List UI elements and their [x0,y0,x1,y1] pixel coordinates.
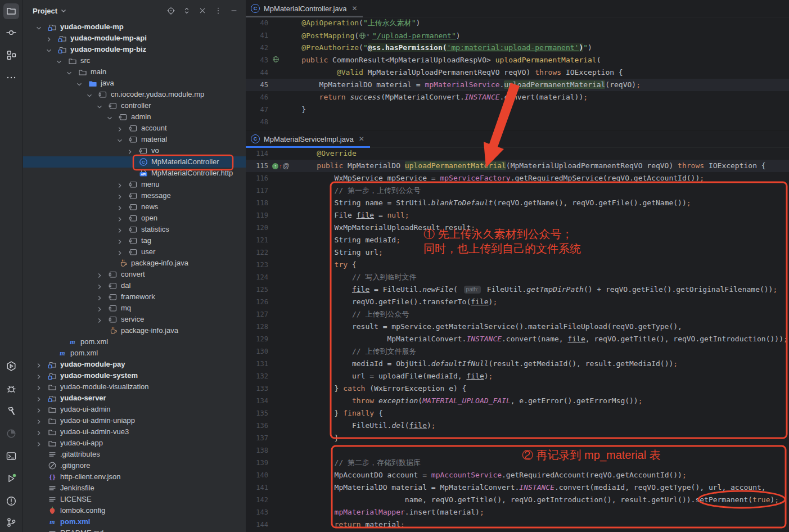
tree-item-java[interactable]: java [23,78,246,89]
code-line-116[interactable]: 116 WxMpService mpService = mpServiceFac… [246,172,789,184]
code-line-120[interactable]: 120 WxMpMaterialUploadResult result; [246,222,789,234]
tree-item-lombok-config[interactable]: lombok.config [23,505,246,516]
code-line-125[interactable]: 125 file = FileUtil.newFile( path: FileU… [246,283,789,296]
chevron-right-icon[interactable] [96,282,103,289]
tool-build-icon[interactable] [3,403,19,419]
tree-item-jenkinsfile[interactable]: Jenkinsfile [23,483,246,494]
tool-structure-icon[interactable] [3,47,19,63]
code-line-47[interactable]: 47 } [246,103,789,116]
expand-collapse-icon[interactable] [181,4,193,17]
chevron-right-icon[interactable] [96,305,103,312]
tree-item-news[interactable]: news [23,201,246,213]
code-line-119[interactable]: 119 File file = null; [246,209,789,222]
code-line-126[interactable]: 126 reqVO.getFile().transferTo(file); [246,296,789,308]
tool-version-control-icon[interactable] [3,515,19,530]
tree-item-yudao-module-visualization[interactable]: yudao-module-visualization [23,381,246,393]
tree-item-src[interactable]: src [23,55,246,66]
chevron-right-icon[interactable] [35,372,42,379]
tree-item-yudao-module-system[interactable]: yudao-module-system [23,370,246,381]
code-line-135[interactable]: 135 } finally { [246,407,789,420]
tool-project-icon[interactable] [3,3,19,19]
code-line-122[interactable]: 122 String url; [246,246,789,259]
chevron-down-icon[interactable] [56,57,62,64]
code-line-128[interactable]: 128 result = mpService.getMaterialServic… [246,321,789,333]
code-line-115[interactable]: 115↑↑@ public MpMaterialDO uploadPermane… [246,160,789,172]
chevron-right-icon[interactable] [35,361,42,368]
tree-item-yudao-ui-app[interactable]: yudao-ui-app [23,438,246,449]
tool-problems-icon[interactable] [3,493,19,509]
chevron-right-icon[interactable] [96,271,103,278]
tool-profiler-icon[interactable] [3,426,19,441]
options-icon[interactable] [212,4,224,17]
code-line-140[interactable]: 140 MpAccountDO account = mpAccountServi… [246,469,789,481]
chevron-right-icon[interactable] [116,192,123,199]
hide-icon[interactable] [228,4,240,17]
tree-item-yudao-module-mp[interactable]: yudao-module-mp [23,21,246,33]
code-line-134[interactable]: 134 throw exception(MATERIAL_UPLOAD_FAIL… [246,395,789,407]
code-line-129[interactable]: 129 MpMaterialConvert.INSTANCE.convert(n… [246,333,789,345]
tree-item-package-info-java[interactable]: package-info.java [23,258,246,269]
tree-item-yudao-server[interactable]: yudao-server [23,393,246,404]
code-line-46[interactable]: 46 return success(MpMaterialConvert.INST… [246,91,789,103]
chevron-right-icon[interactable] [35,406,42,413]
tree-item-yudao-ui-admin-uniapp[interactable]: yudao-ui-admin-uniapp [23,415,246,426]
tree-item-mpmaterialcontroller[interactable]: CMpMaterialController [23,156,246,168]
tree-item-yudao-module-pay[interactable]: yudao-module-pay [23,359,246,370]
code-line-45[interactable]: 45 MpMaterialDO material = mpMaterialSer… [246,79,789,91]
tree-item--gitattributes[interactable]: .gitattributes [23,449,246,460]
tool-more-icon[interactable] [3,70,19,85]
code-line-133[interactable]: 133 } catch (WxErrorException e) { [246,382,789,395]
tree-item-convert[interactable]: convert [23,269,246,280]
chevron-right-icon[interactable] [116,249,123,255]
tree-item-license[interactable]: LICENSE [23,494,246,505]
chevron-down-icon[interactable] [46,46,52,53]
code-line-42[interactable]: 42 @PreAuthorize("@ss.hasPermission('mp:… [246,42,789,54]
tree-item-pom-xml[interactable]: mpom.xml [23,348,246,359]
code-line-136[interactable]: 136 FileUtil.del(file); [246,420,789,432]
tab-mpmaterialcontroller-java[interactable]: C MpMaterialController.java ✕ [246,0,363,17]
chevron-right-icon[interactable] [116,237,123,244]
tree-item-framework[interactable]: framework [23,291,246,303]
tree-item-mpmaterialcontroller-http[interactable]: APIMpMaterialController.http [23,168,246,179]
chevron-down-icon[interactable] [96,102,103,109]
tree-item-package-info-java[interactable]: package-info.java [23,325,246,336]
tree-item--gitignore[interactable]: .gitignore [23,460,246,471]
tree-item-yudao-module-mp-api[interactable]: yudao-module-mp-api [23,33,246,44]
tree-item-dal[interactable]: dal [23,280,246,291]
code-line-141[interactable]: 141 MpMaterialDO material = MpMaterialCo… [246,481,789,494]
chevron-right-icon[interactable] [116,215,123,222]
chevron-down-icon[interactable] [86,91,93,98]
chevron-right-icon[interactable] [116,226,123,233]
chevron-right-icon[interactable] [116,125,123,132]
chevron-right-icon[interactable] [116,181,123,188]
project-title-dropdown[interactable]: Project [33,7,67,15]
tool-services-icon[interactable] [3,358,19,374]
code-line-114[interactable]: 114 @Override [246,147,789,160]
code-line-121[interactable]: 121 String mediaId; [246,234,789,246]
close-icon[interactable]: ✕ [350,4,357,12]
chevron-right-icon[interactable] [96,294,103,300]
code-line-143[interactable]: 143 mpMaterialMapper.insert(material); [246,506,789,519]
chevron-down-icon[interactable] [116,136,123,143]
chevron-right-icon[interactable] [35,417,42,424]
chevron-down-icon[interactable] [76,80,83,87]
chevron-right-icon[interactable] [35,384,42,390]
tree-item-pom-xml[interactable]: mpom.xml [23,336,246,348]
chevron-down-icon[interactable] [66,69,73,75]
chevron-right-icon[interactable] [46,35,52,42]
code-line-41[interactable]: 41 @PostMapping(▾"/upload-permanent") [246,29,789,42]
tree-item-pom-xml[interactable]: mpom.xml [23,516,246,528]
code-area-top[interactable]: 40 @ApiOperation("上传永久素材")41 @PostMappin… [246,17,789,129]
locate-icon[interactable] [165,4,177,17]
tree-item-open[interactable]: open [23,213,246,224]
code-line-117[interactable]: 117 // 第一步，上传到公众号 [246,184,789,197]
tree-item-user[interactable]: user [23,246,246,258]
tool-run-icon[interactable] [3,471,19,486]
code-line-43[interactable]: 43 public CommonResult<MpMaterialUploadR… [246,54,789,66]
close-icon[interactable]: ✕ [358,135,364,143]
tree-item-yudao-module-mp-biz[interactable]: yudao-module-mp-biz [23,44,246,55]
tool-debug-icon[interactable] [3,381,19,396]
code-line-139[interactable]: 139 // 第二步，存储到数据库 [246,457,789,469]
chevron-right-icon[interactable] [96,316,103,323]
tree-item-admin[interactable]: admin [23,111,246,123]
